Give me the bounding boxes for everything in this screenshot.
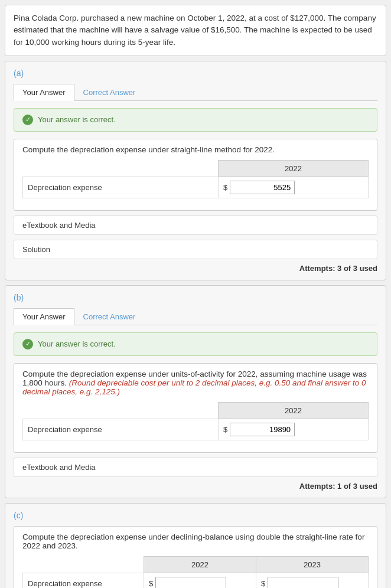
section-c-table: 2022 2023 Depreciation expense $ [22,556,369,588]
section-a-table: 2022 Depreciation expense $ [22,160,369,198]
check-icon-a: ✓ [22,115,33,125]
tab-b-correct-answer[interactable]: Correct Answer [74,308,145,325]
attempts-b: Attempts: 1 of 3 used [14,482,377,491]
section-a-prompt: Compute the depreciation expense under s… [22,145,369,154]
section-a-tabs: Your Answer Correct Answer [14,84,377,101]
tab-a-your-answer[interactable]: Your Answer [14,84,74,101]
dollar-sign-c1: $ [149,579,153,588]
header-c-2023: 2023 [256,556,369,573]
correct-text-a: Your answer is correct. [38,115,116,124]
solution-row-a[interactable]: Solution [14,240,377,259]
dollar-sign-a: $ [223,183,227,192]
attempts-a: Attempts: 3 of 3 used [14,264,377,273]
depreciation-input-c-2023[interactable] [268,577,338,588]
section-b-table: 2022 Depreciation expense $ [22,402,369,440]
row-label-b: Depreciation expense [23,419,219,440]
correct-banner-a: ✓ Your answer is correct. [14,108,377,132]
header-b-2022: 2022 [218,402,368,419]
header-c-2022: 2022 [144,556,256,573]
section-b-tabs: Your Answer Correct Answer [14,308,377,325]
table-row-b: Depreciation expense $ [23,419,369,440]
dollar-sign-b: $ [223,425,227,434]
input-cell-a: $ [218,177,368,198]
correct-banner-b: ✓ Your answer is correct. [14,332,377,356]
section-b-label: (b) [14,293,377,302]
table-row-a: Depreciation expense $ [23,177,369,198]
input-cell-c-2022: $ [144,573,256,588]
depreciation-input-b[interactable] [230,423,295,436]
row-label-c: Depreciation expense [23,573,144,588]
input-cell-c-2023: $ [256,573,369,588]
input-cell-b: $ [218,419,368,440]
section-b-card: Compute the depreciation expense under u… [14,363,377,453]
section-b-red-note: (Round depreciable cost per unit to 2 de… [22,378,366,396]
depreciation-input-c-2022[interactable] [155,577,226,588]
section-a-card: Compute the depreciation expense under s… [14,139,377,211]
header-a-2022: 2022 [218,160,368,177]
section-c-prompt: Compute the depreciation expense under d… [22,533,369,550]
section-c-panel: (c) Compute the depreciation expense und… [5,503,386,588]
dollar-sign-c2: $ [261,579,265,588]
section-c-label: (c) [14,511,377,520]
correct-text-b: Your answer is correct. [38,339,116,348]
etextbook-row-a[interactable]: eTextbook and Media [14,215,377,235]
problem-statement: Pina Colada Corp. purchased a new machin… [5,5,386,56]
row-label-a: Depreciation expense [23,177,219,198]
tab-a-correct-answer[interactable]: Correct Answer [74,84,145,100]
section-b-prompt: Compute the depreciation expense under u… [22,370,369,396]
etextbook-row-b[interactable]: eTextbook and Media [14,458,377,477]
section-a-label: (a) [14,68,377,78]
section-c-card: Compute the depreciation expense under d… [14,526,377,588]
depreciation-input-a[interactable] [230,181,295,194]
section-b-panel: (b) Your Answer Correct Answer ✓ Your an… [5,285,386,498]
check-icon-b: ✓ [22,339,33,349]
problem-text: Pina Colada Corp. purchased a new machin… [14,14,376,47]
section-a-panel: (a) Your Answer Correct Answer ✓ Your an… [5,61,386,280]
table-row-c: Depreciation expense $ $ [23,573,369,588]
tab-b-your-answer[interactable]: Your Answer [14,308,74,325]
